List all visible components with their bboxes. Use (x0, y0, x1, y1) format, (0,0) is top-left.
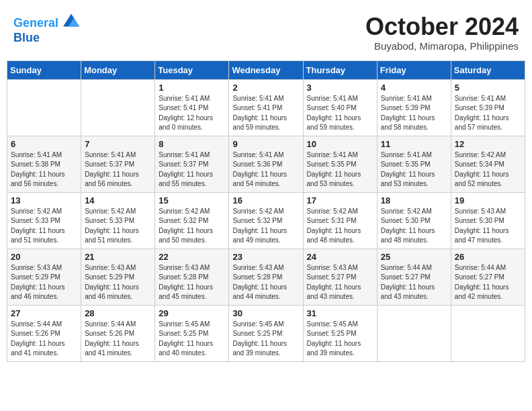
calendar-day-cell: 28Sunrise: 5:44 AMSunset: 5:26 PMDayligh… (81, 305, 155, 361)
page-header: General Blue October 2024 Buyabod, Mimar… (7, 7, 525, 55)
month-title: October 2024 (365, 13, 519, 40)
calendar-day-cell: 11Sunrise: 5:41 AMSunset: 5:35 PMDayligh… (377, 136, 451, 192)
day-info: Sunrise: 5:43 AMSunset: 5:27 PMDaylight:… (307, 263, 373, 302)
calendar-day-cell: 5Sunrise: 5:41 AMSunset: 5:39 PMDaylight… (451, 79, 525, 136)
day-info: Sunrise: 5:43 AMSunset: 5:29 PMDaylight:… (11, 263, 77, 302)
calendar-day-cell: 15Sunrise: 5:42 AMSunset: 5:32 PMDayligh… (155, 192, 229, 248)
day-number: 22 (159, 252, 225, 262)
logo-icon (63, 13, 79, 27)
weekday-header: Sunday (7, 60, 81, 79)
day-number: 18 (381, 195, 447, 205)
calendar-day-cell: 26Sunrise: 5:44 AMSunset: 5:27 PMDayligh… (451, 248, 525, 305)
day-info: Sunrise: 5:45 AMSunset: 5:25 PMDaylight:… (232, 320, 299, 359)
day-number: 17 (307, 195, 373, 205)
calendar-day-cell: 31Sunrise: 5:45 AMSunset: 5:25 PMDayligh… (303, 305, 377, 361)
day-info: Sunrise: 5:41 AMSunset: 5:37 PMDaylight:… (85, 150, 151, 189)
calendar-week-row: 27Sunrise: 5:44 AMSunset: 5:26 PMDayligh… (7, 305, 525, 361)
calendar-day-cell (7, 79, 81, 136)
calendar-week-row: 1Sunrise: 5:41 AMSunset: 5:41 PMDaylight… (7, 79, 525, 136)
weekday-header: Thursday (303, 60, 377, 79)
day-number: 31 (307, 308, 373, 318)
day-number: 1 (159, 83, 225, 93)
day-number: 2 (232, 83, 299, 93)
calendar-day-cell: 12Sunrise: 5:42 AMSunset: 5:34 PMDayligh… (451, 136, 525, 192)
calendar-day-cell: 30Sunrise: 5:45 AMSunset: 5:25 PMDayligh… (229, 305, 303, 361)
day-number: 8 (159, 139, 225, 149)
day-number: 6 (11, 139, 77, 149)
calendar-week-row: 13Sunrise: 5:42 AMSunset: 5:33 PMDayligh… (7, 192, 525, 248)
day-info: Sunrise: 5:42 AMSunset: 5:30 PMDaylight:… (381, 207, 447, 246)
day-info: Sunrise: 5:41 AMSunset: 5:36 PMDaylight:… (232, 150, 299, 189)
day-number: 4 (381, 83, 447, 93)
day-number: 7 (85, 139, 151, 149)
weekday-header: Saturday (451, 60, 525, 79)
day-info: Sunrise: 5:42 AMSunset: 5:32 PMDaylight:… (232, 207, 299, 246)
day-info: Sunrise: 5:44 AMSunset: 5:27 PMDaylight:… (381, 263, 447, 302)
calendar-day-cell: 19Sunrise: 5:43 AMSunset: 5:30 PMDayligh… (451, 192, 525, 248)
day-info: Sunrise: 5:43 AMSunset: 5:30 PMDaylight:… (455, 207, 521, 246)
calendar-day-cell: 3Sunrise: 5:41 AMSunset: 5:40 PMDaylight… (303, 79, 377, 136)
day-info: Sunrise: 5:42 AMSunset: 5:33 PMDaylight:… (11, 207, 77, 246)
day-info: Sunrise: 5:41 AMSunset: 5:39 PMDaylight:… (381, 94, 447, 133)
day-info: Sunrise: 5:41 AMSunset: 5:35 PMDaylight:… (307, 150, 373, 189)
day-number: 9 (232, 139, 299, 149)
day-number: 3 (307, 83, 373, 93)
calendar-day-cell: 1Sunrise: 5:41 AMSunset: 5:41 PMDaylight… (155, 79, 229, 136)
location-title: Buyabod, Mimaropa, Philippines (365, 40, 519, 52)
calendar-body: 1Sunrise: 5:41 AMSunset: 5:41 PMDaylight… (7, 79, 525, 361)
day-number: 20 (11, 252, 77, 262)
calendar-day-cell: 21Sunrise: 5:43 AMSunset: 5:29 PMDayligh… (81, 248, 155, 305)
logo: General Blue (13, 13, 79, 45)
day-number: 19 (455, 195, 521, 205)
day-info: Sunrise: 5:43 AMSunset: 5:29 PMDaylight:… (85, 263, 151, 302)
calendar-day-cell: 6Sunrise: 5:41 AMSunset: 5:38 PMDaylight… (7, 136, 81, 192)
day-info: Sunrise: 5:44 AMSunset: 5:27 PMDaylight:… (455, 263, 521, 302)
day-info: Sunrise: 5:45 AMSunset: 5:25 PMDaylight:… (159, 320, 225, 359)
day-info: Sunrise: 5:45 AMSunset: 5:25 PMDaylight:… (307, 320, 373, 359)
weekday-header: Friday (377, 60, 451, 79)
day-info: Sunrise: 5:43 AMSunset: 5:28 PMDaylight:… (232, 263, 299, 302)
day-number: 30 (232, 308, 299, 318)
day-info: Sunrise: 5:42 AMSunset: 5:34 PMDaylight:… (455, 150, 521, 189)
calendar-day-cell: 2Sunrise: 5:41 AMSunset: 5:41 PMDaylight… (229, 79, 303, 136)
calendar-day-cell: 17Sunrise: 5:42 AMSunset: 5:31 PMDayligh… (303, 192, 377, 248)
calendar-day-cell: 29Sunrise: 5:45 AMSunset: 5:25 PMDayligh… (155, 305, 229, 361)
logo-general: General (13, 16, 58, 30)
calendar-day-cell: 18Sunrise: 5:42 AMSunset: 5:30 PMDayligh… (377, 192, 451, 248)
day-info: Sunrise: 5:41 AMSunset: 5:37 PMDaylight:… (159, 150, 225, 189)
calendar-day-cell: 22Sunrise: 5:43 AMSunset: 5:28 PMDayligh… (155, 248, 229, 305)
day-number: 13 (11, 195, 77, 205)
logo-blue: Blue (13, 31, 40, 44)
calendar-header-row: SundayMondayTuesdayWednesdayThursdayFrid… (7, 60, 525, 79)
day-info: Sunrise: 5:44 AMSunset: 5:26 PMDaylight:… (11, 320, 77, 359)
calendar-day-cell: 8Sunrise: 5:41 AMSunset: 5:37 PMDaylight… (155, 136, 229, 192)
day-info: Sunrise: 5:43 AMSunset: 5:28 PMDaylight:… (159, 263, 225, 302)
calendar-day-cell: 4Sunrise: 5:41 AMSunset: 5:39 PMDaylight… (377, 79, 451, 136)
weekday-header: Tuesday (155, 60, 229, 79)
calendar-day-cell: 13Sunrise: 5:42 AMSunset: 5:33 PMDayligh… (7, 192, 81, 248)
calendar-day-cell (451, 305, 525, 361)
day-info: Sunrise: 5:42 AMSunset: 5:33 PMDaylight:… (85, 207, 151, 246)
calendar-day-cell (377, 305, 451, 361)
day-info: Sunrise: 5:41 AMSunset: 5:38 PMDaylight:… (11, 150, 77, 189)
day-number: 11 (381, 139, 447, 149)
calendar-day-cell: 25Sunrise: 5:44 AMSunset: 5:27 PMDayligh… (377, 248, 451, 305)
calendar-day-cell: 7Sunrise: 5:41 AMSunset: 5:37 PMDaylight… (81, 136, 155, 192)
day-number: 26 (455, 252, 521, 262)
day-number: 25 (381, 252, 447, 262)
day-info: Sunrise: 5:41 AMSunset: 5:41 PMDaylight:… (232, 94, 299, 133)
weekday-header: Wednesday (229, 60, 303, 79)
day-number: 15 (159, 195, 225, 205)
day-number: 21 (85, 252, 151, 262)
day-number: 5 (455, 83, 521, 93)
day-info: Sunrise: 5:42 AMSunset: 5:32 PMDaylight:… (159, 207, 225, 246)
day-number: 14 (85, 195, 151, 205)
calendar-week-row: 20Sunrise: 5:43 AMSunset: 5:29 PMDayligh… (7, 248, 525, 305)
day-info: Sunrise: 5:41 AMSunset: 5:39 PMDaylight:… (455, 94, 521, 133)
calendar-day-cell: 10Sunrise: 5:41 AMSunset: 5:35 PMDayligh… (303, 136, 377, 192)
calendar-table: SundayMondayTuesdayWednesdayThursdayFrid… (7, 60, 525, 362)
calendar-day-cell: 20Sunrise: 5:43 AMSunset: 5:29 PMDayligh… (7, 248, 81, 305)
day-number: 23 (232, 252, 299, 262)
calendar-day-cell: 24Sunrise: 5:43 AMSunset: 5:27 PMDayligh… (303, 248, 377, 305)
day-info: Sunrise: 5:41 AMSunset: 5:40 PMDaylight:… (307, 94, 373, 133)
